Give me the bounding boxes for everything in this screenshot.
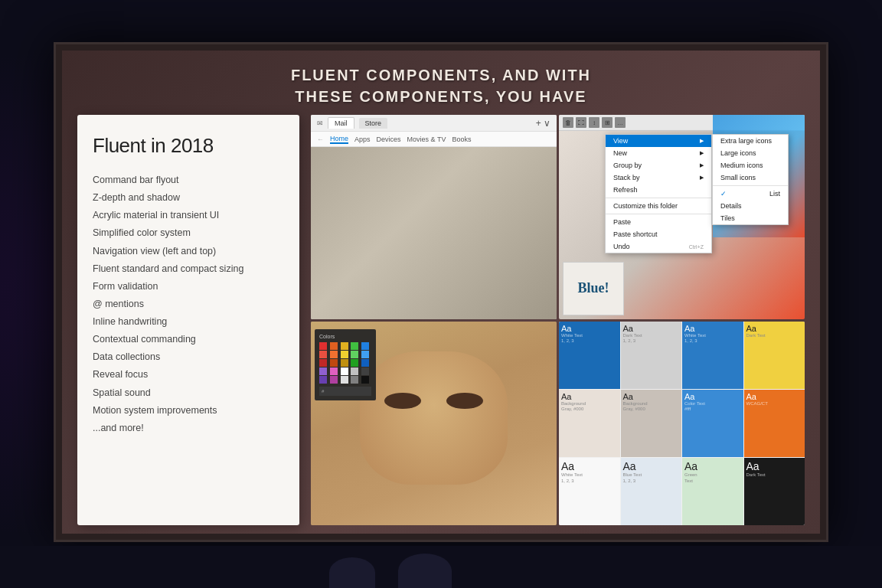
scene: FLUENT COMPONENTS, AND WITH THESE COMPON… [0,0,882,588]
typo-label: White Text1, 2, 3 [561,472,618,485]
typo-label: Color Text#fff [684,401,741,413]
submenu-popup: Extra large icons Large icons Medium ico… [712,134,789,225]
submenu-item-extralarge: Extra large icons [713,135,788,147]
toolbar-icon-1: 🗑 [563,117,573,128]
submenu-separator [713,185,788,186]
handwriting-area: Blue! [563,262,624,315]
slide-content: Fluent in 2018 Command bar flyout Z-dept… [62,115,820,533]
panel-heading: Fluent in 2018 [93,134,284,158]
typo-label: Blue Text1, 2, 3 [623,472,680,485]
list-item: @ mentions [93,296,284,313]
typo-label: Dark Text [746,333,803,339]
typo-sample: Aa [561,392,618,401]
typo-tile-11: Aa GreenText [682,458,743,525]
list-item: ...and more! [93,420,284,437]
typo-label: White Text1, 2, 3 [561,333,618,345]
slide: FLUENT COMPONENTS, AND WITH THESE COMPON… [62,51,820,534]
list-item: Data collections [93,348,284,366]
toolbar-icon-4: ⊞ [602,117,612,128]
menu-item-new: New ▶ [606,147,711,159]
slide-title-area: FLUENT COMPONENTS, AND WITH THESE COMPON… [62,51,820,115]
color-grid [319,342,371,384]
typo-tile-5: Aa BackgroundGray, #000 [559,390,620,457]
mail-tab: Mail [328,117,354,129]
typo-tile-12: Aa Dark Text [744,458,805,525]
typo-label: GreenText [684,472,741,485]
typo-tile-6: Aa BackgroundGray, #000 [621,390,682,457]
audience-head-2 [398,554,452,588]
typo-sample: Aa [684,460,741,472]
submenu-arrow-icon: ▶ [700,162,704,168]
typo-tile-2: Aa Dark Text1, 2, 3 [621,322,682,389]
menu-item-groupby: Group by ▶ [606,159,711,172]
toolbar-icon-3: ↕ [589,117,599,128]
typo-label: Dark Text [746,472,803,479]
slide-title: FLUENT COMPONENTS, AND WITH THESE COMPON… [77,64,805,107]
typo-sample: Aa [746,460,803,472]
menu-item-stackby: Stack by ▶ [606,172,711,184]
list-item: Reveal focus [93,366,284,384]
submenu-item-small: Small icons [713,172,788,184]
menu-item-paste: Paste [606,216,711,228]
nav-devices: Devices [377,136,401,143]
list-item: Navigation view (left and top) [93,243,284,260]
list-item: Inline handwriting [93,313,284,331]
menu-item-view: View ▶ [606,135,711,147]
menu-item-customize: Customize this folder [606,200,711,212]
typo-tile-8: Aa WCAG/CT [744,390,805,457]
menu-separator [606,214,711,214]
screenshots-mosaic: ✉ Mail Store + ∨ ← Home Apps Devices Mov… [311,115,805,525]
typo-tile-9: Aa White Text1, 2, 3 [559,458,620,525]
context-menu: View ▶ New ▶ Group by ▶ [605,134,712,253]
typo-tile-1: Aa White Text1, 2, 3 [559,322,620,389]
typo-label: Dark Text1, 2, 3 [623,333,680,345]
color-hex-input[interactable]: # [319,387,371,396]
typo-label: BackgroundGray, #000 [623,401,680,413]
nav-movies: Movies & TV [407,136,446,143]
submenu-arrow-icon: ▶ [700,138,704,144]
toolbar-icon-5: … [615,117,626,128]
submenu-item-tiles: Tiles [713,212,788,224]
list-item: Command bar flyout [93,172,284,189]
submenu-arrow-icon: ▶ [700,175,704,181]
menu-separator [606,198,711,198]
left-feature-panel: Fluent in 2018 Command bar flyout Z-dept… [77,115,299,525]
typo-sample: Aa [561,460,618,472]
typo-tile-4: Aa Dark Text [744,322,805,389]
undo-shortcut: Ctrl+Z [689,244,704,250]
typo-sample: Aa [561,324,618,333]
list-item: Form validation [93,278,284,296]
nav-home: Home [330,135,348,144]
typo-label: WCAG/CT [746,401,803,407]
store-tab: Store [359,118,388,129]
list-item: Fluent standard and compact sizing [93,260,284,278]
color-picker-title: Colors [319,334,371,339]
browser-screenshot: ✉ Mail Store + ∨ ← Home Apps Devices Mov… [311,115,557,319]
submenu-item-medium: Medium icons [713,159,788,172]
browser-content-area [311,147,557,319]
browser-tab-bar: ✉ Mail Store + ∨ [311,115,557,132]
nav-back-icon: ← [317,136,324,143]
typo-label: BackgroundGray, #000 [561,401,618,413]
toolbar-icon-2: ⛶ [576,117,586,128]
typo-label: White Text1, 2, 3 [684,333,741,345]
browser-navigation: ← Home Apps Devices Movies & TV Books [311,132,557,147]
list-item: Motion system improvements [93,402,284,420]
submenu-item-details: Details [713,200,788,212]
typo-sample: Aa [684,324,741,333]
typo-sample: Aa [684,392,741,401]
typo-sample: Aa [623,324,680,333]
list-item: Contextual commanding [93,331,284,348]
projector-screen: FLUENT COMPONENTS, AND WITH THESE COMPON… [54,42,828,542]
color-picker-panel: Colors [315,329,376,400]
menu-item-paste-shortcut: Paste shortcut [606,228,711,240]
audience-head-1 [329,557,375,588]
submenu-arrow-icon: ▶ [700,150,704,156]
typography-screenshot: Aa White Text1, 2, 3 Aa Dark Text1, 2, 3… [559,322,805,526]
menu-item-refresh: Refresh [606,184,711,196]
colorpicker-screenshot: Colors [311,322,557,526]
list-item: Z-depth and shadow [93,189,284,207]
typo-sample: Aa [746,324,803,333]
list-item: Spatial sound [93,384,284,402]
submenu-item-list: List [713,188,788,200]
